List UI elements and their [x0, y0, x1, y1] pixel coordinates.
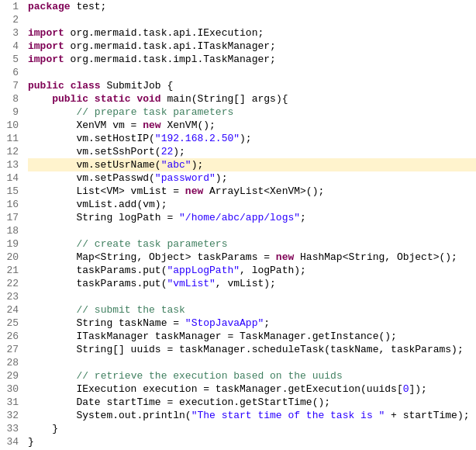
line-number: 23 [3, 290, 19, 303]
line-numbers: 1234567891011121314151617181920212223242… [0, 0, 25, 450]
line-number: 30 [3, 382, 19, 396]
token-kw: public [28, 80, 64, 92]
token-kw: new [276, 251, 294, 263]
token-plain: Date startTime = execution.getStartTime(… [28, 396, 330, 408]
token-plain: test; [71, 1, 107, 12]
token-plain: ITaskManager taskManager = TaskManager.g… [28, 331, 397, 342]
token-plain: List<VM> vmList = [28, 185, 185, 197]
code-line: vm.setSshPort(22); [28, 145, 476, 158]
code-line: vm.setPasswd("password"); [28, 171, 476, 185]
code-line: vm.setUsrName("abc"); [28, 158, 476, 171]
code-line [28, 66, 476, 79]
token-num: 0 [403, 383, 409, 395]
line-number: 11 [3, 132, 19, 145]
line-number: 16 [3, 198, 19, 211]
token-str: "vmList" [167, 278, 215, 289]
token-plain: IExecution execution = taskManager.getEx… [28, 383, 403, 395]
token-str: "The start time of the task is " [191, 410, 385, 421]
code-line [28, 356, 476, 369]
code-line: package test; [28, 0, 476, 13]
token-comment: // create task parameters [76, 238, 227, 250]
token-plain: ArrayList<XenVM>(); [203, 185, 324, 197]
code-line: Map<String, Object> taskParams = new Has… [28, 251, 476, 264]
token-comment: // prepare task parameters [76, 106, 233, 118]
token-plain [28, 93, 52, 105]
code-line: // prepare task parameters [28, 106, 476, 119]
line-number: 7 [3, 79, 19, 92]
token-kw: import [28, 40, 64, 52]
line-number: 19 [3, 237, 19, 251]
code-line [28, 224, 476, 237]
line-number: 32 [3, 409, 19, 422]
token-plain: ; [300, 212, 306, 223]
line-number: 34 [3, 435, 19, 448]
token-plain: vm.setHostIP( [28, 133, 155, 144]
line-number: 3 [3, 26, 19, 40]
token-kw: new [143, 119, 160, 131]
line-number: 13 [3, 158, 19, 171]
code-line: // create task parameters [28, 237, 476, 251]
line-number: 26 [3, 330, 19, 343]
code-line: XenVM vm = new XenVM(); [28, 119, 476, 132]
code-line [28, 290, 476, 303]
code-editor: 1234567891011121314151617181920212223242… [0, 0, 476, 450]
line-number: 20 [3, 251, 19, 264]
line-number: 17 [3, 211, 19, 224]
line-number: 25 [3, 317, 19, 330]
token-plain: XenVM vm = [28, 119, 143, 131]
code-line: vmList.add(vm); [28, 198, 476, 211]
code-line: System.out.println("The start time of th… [28, 409, 476, 422]
token-plain: ); [240, 133, 252, 144]
code-line: taskParams.put("vmList", vmList); [28, 277, 476, 290]
token-plain: vm.setSshPort( [28, 146, 161, 158]
token-plain: System.out.println( [28, 410, 191, 421]
token-plain: ); [173, 146, 185, 158]
code-line: IExecution execution = taskManager.getEx… [28, 382, 476, 396]
token-plain: String[] uuids = taskManager.scheduleTas… [28, 344, 464, 355]
token-plain: Map<String, Object> taskParams = [28, 251, 276, 263]
line-number: 27 [3, 343, 19, 356]
line-number: 1 [3, 0, 19, 13]
token-comment: // retrieve the execution based on the u… [76, 370, 342, 382]
token-plain: org.mermaid.task.api.IExecution; [64, 27, 264, 39]
line-number: 15 [3, 185, 19, 198]
token-plain: ); [191, 159, 204, 171]
token-plain: HashMap<String, Object>(); [294, 251, 457, 263]
token-plain [28, 304, 76, 316]
code-content: package test; import org.mermaid.task.ap… [25, 0, 476, 450]
token-plain: String logPath = [28, 212, 179, 223]
code-line: List<VM> vmList = new ArrayList<XenVM>()… [28, 185, 476, 198]
token-plain: vm.setUsrName( [28, 159, 161, 171]
code-line: Date startTime = execution.getStartTime(… [28, 396, 476, 409]
token-plain [28, 370, 76, 382]
token-plain: , logPath); [240, 265, 306, 276]
code-line: String taskName = "StopJavaApp"; [28, 317, 476, 330]
token-kw: import [28, 27, 64, 39]
line-number: 24 [3, 303, 19, 317]
code-line: vm.setHostIP("192.168.2.50"); [28, 132, 476, 145]
token-plain: ; [264, 317, 270, 329]
token-plain [28, 106, 76, 118]
line-number: 33 [3, 422, 19, 435]
token-plain: main(String[] args){ [161, 93, 288, 105]
token-plain [28, 238, 76, 250]
token-kw: public [52, 93, 88, 105]
token-str: "192.168.2.50" [155, 133, 240, 144]
code-line: import org.mermaid.task.api.ITaskManager… [28, 40, 476, 53]
token-kw: void [136, 93, 160, 105]
code-line: public class SubmitJob { [28, 79, 476, 92]
line-number: 22 [3, 277, 19, 290]
token-comment: // submit the task [76, 304, 185, 316]
token-plain: taskParams.put( [28, 265, 167, 276]
line-number: 29 [3, 369, 19, 382]
code-line: String[] uuids = taskManager.scheduleTas… [28, 343, 476, 356]
token-num: 22 [161, 146, 174, 158]
token-plain [88, 93, 95, 105]
token-plain: vm.setPasswd( [28, 172, 155, 184]
token-str: "/home/abc/app/logs" [179, 212, 300, 223]
line-number: 9 [3, 106, 19, 119]
token-plain: SubmitJob { [101, 80, 174, 92]
token-plain: String taskName = [28, 317, 185, 329]
line-number: 28 [3, 356, 19, 369]
line-number: 4 [3, 40, 19, 53]
